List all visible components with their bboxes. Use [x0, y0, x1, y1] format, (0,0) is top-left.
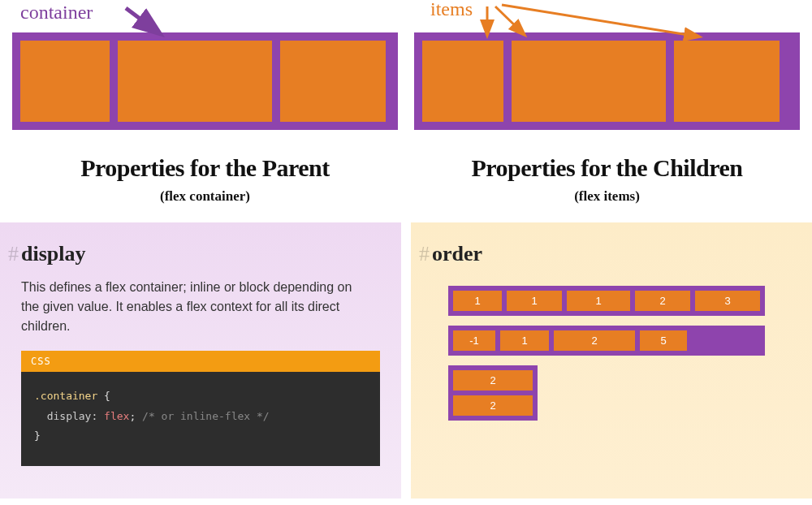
container-label: container: [20, 2, 93, 24]
flex-item: [422, 41, 503, 122]
flex-item: [674, 41, 780, 122]
flex-item: [512, 41, 666, 122]
order-section: order 1 1 1 2 3 -1 1 2 5 2 2: [411, 222, 812, 499]
flex-item: [280, 41, 386, 122]
items-label: items: [430, 0, 473, 20]
container-diagram: container Properties for the Parent (fle…: [12, 0, 398, 222]
svg-line-2: [495, 6, 524, 34]
code-language-badge: CSS: [21, 351, 380, 372]
display-title: display: [21, 242, 380, 266]
order-cell: -1: [453, 330, 495, 351]
flex-item: [20, 41, 110, 122]
order-row: 2 2: [448, 365, 538, 421]
items-diagram: items Properties for the Children (flex …: [414, 0, 800, 222]
children-heading: Properties for the Children: [414, 154, 800, 182]
code-body: .container { display: flex; /* or inline…: [21, 372, 380, 466]
order-cell: 2: [635, 291, 690, 311]
order-cell: 2: [554, 330, 635, 351]
order-cell: 1: [567, 291, 630, 311]
svg-line-0: [126, 8, 158, 32]
flex-container-visual: [12, 32, 398, 130]
flex-items-visual: [414, 32, 800, 130]
order-cell: 1: [500, 330, 549, 351]
order-cell: 1: [453, 291, 502, 311]
parent-heading: Properties for the Parent: [12, 154, 398, 182]
order-cell-empty: [692, 330, 760, 351]
order-cell: 2: [453, 370, 533, 391]
display-section: display This defines a flex container; i…: [0, 222, 401, 499]
order-cell: 5: [640, 330, 687, 351]
parent-subheading: (flex container): [12, 188, 398, 205]
order-title: order: [432, 242, 791, 266]
children-subheading: (flex items): [414, 188, 800, 205]
order-row: 1 1 1 2 3: [448, 286, 765, 316]
code-example: CSS .container { display: flex; /* or in…: [21, 351, 380, 466]
display-description: This defines a flex container; inline or…: [21, 278, 362, 336]
order-cell: 1: [507, 291, 562, 311]
order-row: -1 1 2 5: [448, 326, 765, 356]
order-cell: 2: [453, 395, 533, 416]
order-diagram: 1 1 1 2 3 -1 1 2 5 2 2: [432, 286, 791, 421]
flex-item: [118, 41, 272, 122]
order-cell: 3: [695, 291, 760, 311]
